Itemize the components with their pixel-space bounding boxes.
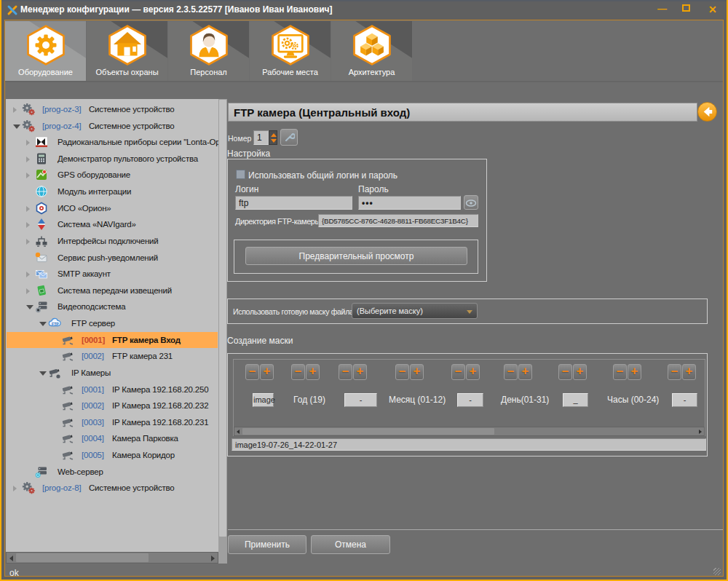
mask-col-7-plus-button[interactable]: + bbox=[573, 364, 587, 380]
mask-col-3-minus-button[interactable]: – bbox=[339, 364, 352, 380]
mask-col-4-plus-button[interactable]: + bbox=[410, 364, 424, 380]
expander-collapsed-icon[interactable] bbox=[13, 486, 17, 491]
toolbar-button-5[interactable]: Архитектура bbox=[331, 21, 412, 81]
mask-col-2-plus-button[interactable]: + bbox=[306, 364, 320, 380]
tree-hscroll-right-icon[interactable] bbox=[211, 556, 215, 561]
expander-collapsed-icon[interactable] bbox=[26, 272, 30, 277]
mask-col-5-plus-button[interactable]: + bbox=[466, 364, 480, 380]
mask-hscroll-left-icon[interactable] bbox=[237, 430, 240, 434]
toolbar-button-label: Рабочие места bbox=[250, 68, 331, 76]
tree-item[interactable]: [0001]IP Камера 192.168.20.250 bbox=[6, 382, 218, 398]
cancel-button[interactable]: Отмена bbox=[311, 535, 390, 554]
tree-item[interactable]: Web-сервер bbox=[6, 465, 218, 481]
tree-item[interactable]: [prog-oz-4]Системное устройство bbox=[6, 119, 218, 135]
ftp-dir-input[interactable]: {BD5785CC-876C-4628-8811-FB68EC3F1B4C} bbox=[318, 214, 478, 227]
expander-expanded-icon[interactable] bbox=[39, 371, 47, 376]
expander-collapsed-icon[interactable] bbox=[26, 157, 30, 162]
expander-collapsed-icon[interactable] bbox=[13, 107, 17, 113]
mask-col-9-token-button[interactable]: - bbox=[672, 393, 697, 407]
tree-item[interactable]: [0003]IP Камера 192.168.20.231 bbox=[6, 415, 218, 431]
tree-item-number: [0004] bbox=[82, 434, 104, 443]
toolbar-button-4[interactable]: Рабочие места bbox=[250, 21, 331, 81]
mask-col-3-token-button[interactable]: - bbox=[344, 393, 377, 407]
expander-collapsed-icon[interactable] bbox=[26, 206, 30, 212]
mask-col-6-plus-button[interactable]: + bbox=[518, 364, 532, 380]
shared-login-checkbox[interactable] bbox=[236, 170, 245, 179]
tree-item[interactable]: FTPFTP сервер bbox=[6, 316, 218, 332]
mask-col-1-token-button[interactable]: image bbox=[253, 393, 274, 407]
mask-col-4-minus-button[interactable]: – bbox=[395, 364, 409, 380]
expander-expanded-icon[interactable] bbox=[13, 125, 20, 129]
mask-col-6-minus-button[interactable]: – bbox=[504, 364, 518, 380]
wrench-button[interactable] bbox=[280, 129, 298, 146]
mask-col-7-minus-button[interactable]: – bbox=[558, 364, 572, 380]
spinner-down-icon[interactable] bbox=[271, 139, 277, 143]
tree-item[interactable]: SMTP аккаунт bbox=[6, 266, 218, 282]
tree-item[interactable]: Интерфейсы подключений bbox=[6, 234, 218, 250]
mask-select-dropdown[interactable]: (Выберите маску) bbox=[352, 303, 478, 319]
toolbar-button-label: Объекты охраны bbox=[87, 68, 167, 76]
show-password-button[interactable] bbox=[464, 195, 478, 210]
tree-vscroll-thumb[interactable] bbox=[219, 100, 226, 537]
password-input[interactable]: ••• bbox=[358, 196, 461, 210]
tree-item[interactable]: Радиоканальные приборы серии "Lonta-Opti… bbox=[6, 135, 218, 151]
tree-item[interactable]: [0002]IP Камера 192.168.20.232 bbox=[6, 398, 218, 414]
expander-expanded-icon[interactable] bbox=[39, 322, 47, 326]
minimize-button[interactable]: — bbox=[657, 3, 667, 14]
mask-col-8-minus-button[interactable]: – bbox=[613, 364, 627, 380]
tree-item[interactable]: GPS оборудование bbox=[6, 167, 218, 183]
tree-item[interactable]: Система «NAVIgard» bbox=[6, 217, 218, 233]
mask-col-2-minus-button[interactable]: – bbox=[291, 364, 305, 380]
preview-button[interactable]: Предварительный просмотр bbox=[245, 247, 467, 265]
maximize-button[interactable] bbox=[682, 4, 690, 12]
toolbar-button-2[interactable]: Объекты охраны bbox=[87, 21, 167, 81]
tree-item[interactable]: Демонстратор пультового устройства bbox=[6, 151, 218, 167]
mask-col-5-minus-button[interactable]: – bbox=[451, 364, 465, 380]
tree-item[interactable]: [0005]Камера Коридор bbox=[6, 448, 218, 464]
mask-col-9-minus-button[interactable]: – bbox=[668, 364, 681, 380]
expander-collapsed-icon[interactable] bbox=[26, 222, 30, 228]
tree-hscroll-thumb[interactable] bbox=[16, 553, 149, 562]
tree-item-selected[interactable]: [0001]FTP камера Вход bbox=[6, 333, 218, 349]
expander-collapsed-icon[interactable] bbox=[26, 288, 30, 294]
mask-col-9-plus-button[interactable]: + bbox=[682, 364, 696, 380]
mask-col-5-token-button[interactable]: - bbox=[457, 393, 483, 407]
mask-col-7-token-button[interactable]: _ bbox=[563, 393, 588, 407]
toolbar-button-3[interactable]: Персонал bbox=[168, 21, 249, 81]
mask-col-3-plus-button[interactable]: + bbox=[353, 364, 367, 380]
spinner-up-icon[interactable] bbox=[271, 133, 277, 137]
expander-collapsed-icon[interactable] bbox=[26, 239, 30, 245]
mask-result-input[interactable]: image19-07-26_14-22-01-27 bbox=[232, 438, 706, 451]
expander-collapsed-icon[interactable] bbox=[26, 173, 30, 178]
tree-item[interactable]: IP Камеры bbox=[6, 365, 218, 382]
tree-item[interactable]: ИСО «Орион» bbox=[6, 201, 218, 217]
tree-item[interactable]: Модуль интеграции bbox=[6, 184, 218, 200]
mask-hscroll-right-icon[interactable] bbox=[699, 430, 702, 434]
expander-expanded-icon[interactable] bbox=[26, 305, 33, 309]
apply-button[interactable]: Применить bbox=[228, 535, 306, 554]
mask-col-8-plus-button[interactable]: + bbox=[628, 364, 641, 380]
mask-col-1-plus-button[interactable]: + bbox=[260, 364, 274, 380]
tree-item[interactable]: [prog-oz-8]Системное устройство bbox=[6, 481, 218, 497]
tree-item[interactable]: [0004]Камера Парковка bbox=[6, 431, 218, 447]
mask-col-1-minus-button[interactable]: – bbox=[245, 364, 259, 380]
tree-item[interactable]: [0002]FTP камера 231 bbox=[6, 349, 218, 365]
number-spinner[interactable] bbox=[269, 130, 277, 145]
resize-grip[interactable] bbox=[713, 568, 721, 575]
tree-hscroll-left-icon[interactable] bbox=[9, 556, 13, 561]
tree-item[interactable]: Система передачи извещений bbox=[6, 283, 218, 299]
toolbar-button-1[interactable]: Оборудование bbox=[5, 21, 86, 81]
back-button[interactable] bbox=[697, 102, 717, 122]
tree-item[interactable]: [prog-oz-3]Системное устройство bbox=[6, 102, 218, 118]
tree-item[interactable]: Видеоподсистема bbox=[6, 299, 218, 315]
login-input[interactable]: ftp bbox=[235, 196, 352, 210]
tree-item[interactable]: Сервис push-уведомлений bbox=[6, 250, 218, 266]
close-button[interactable]: ✕ bbox=[708, 4, 717, 15]
expander-collapsed-icon[interactable] bbox=[26, 140, 30, 146]
number-input[interactable]: 1 bbox=[253, 130, 269, 145]
globe-icon bbox=[35, 185, 48, 201]
mask-hscrollbar[interactable] bbox=[234, 427, 705, 436]
mask-hscroll-thumb[interactable] bbox=[242, 428, 494, 435]
tree-vscrollbar[interactable] bbox=[218, 99, 227, 564]
tree-hscrollbar[interactable] bbox=[6, 552, 218, 564]
